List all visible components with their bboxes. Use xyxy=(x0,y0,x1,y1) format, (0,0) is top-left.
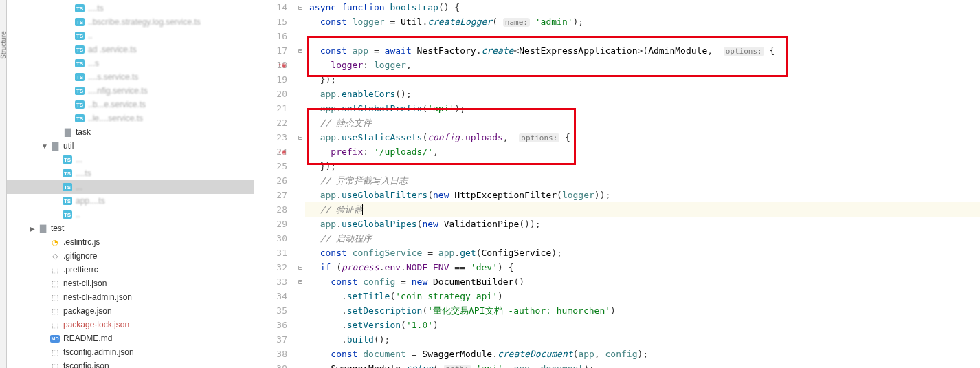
tree-item-label: .prettierrc xyxy=(63,265,98,274)
chevron-down-icon[interactable]: ▼ xyxy=(40,142,49,150)
line-number[interactable]: 37 xyxy=(254,332,287,347)
tree-item[interactable]: MDREADME.md xyxy=(7,332,254,345)
line-number[interactable]: 27 xyxy=(254,188,287,202)
tree-item-label: tsconfig.json xyxy=(63,361,109,368)
folder-icon: ▇ xyxy=(37,224,48,233)
tree-item-label: ... xyxy=(76,182,82,192)
tree-item[interactable]: ◇.gitignore xyxy=(7,249,254,263)
code-line: async function bootstrap() { xyxy=(305,0,980,14)
line-number[interactable]: 28 xyxy=(254,202,287,217)
code-line: const configService = app.get(ConfigServ… xyxy=(305,246,980,260)
code-content[interactable]: async function bootstrap() { const logge… xyxy=(305,0,980,368)
tree-item-label: test xyxy=(51,224,64,233)
tree-item[interactable]: ▶▇test xyxy=(7,221,254,235)
line-number[interactable]: 21 xyxy=(254,101,287,116)
code-line: const document = SwaggerModule.createDoc… xyxy=(305,347,980,361)
tree-item-label: app....ts xyxy=(76,196,105,206)
tree-item[interactable]: ▼▇util xyxy=(7,139,254,153)
line-number[interactable]: 19 xyxy=(254,72,287,87)
typescript-icon: TS xyxy=(74,87,85,95)
tree-item-label: nest-cli.json xyxy=(63,279,107,288)
json-icon: ⬚ xyxy=(49,279,60,288)
line-number[interactable]: 20 xyxy=(254,87,287,101)
line-number[interactable]: 23 xyxy=(254,130,287,144)
tree-item[interactable]: ⬚nest-cli-admin.json xyxy=(7,290,254,304)
fold-icon[interactable]: ⊟ xyxy=(298,43,302,58)
line-number[interactable]: 36 xyxy=(254,318,287,332)
line-number[interactable]: 25 xyxy=(254,159,287,173)
tree-item[interactable]: TS....nfig.service.ts xyxy=(7,84,254,98)
tree-item[interactable]: TS.. xyxy=(7,29,254,43)
tree-item-label: util xyxy=(63,141,74,151)
line-number[interactable]: 14 xyxy=(254,0,287,14)
tree-item[interactable]: TS..b...e.service.ts xyxy=(7,98,254,111)
code-line: const logger = Util.createLogger( name: … xyxy=(305,14,980,29)
line-number[interactable]: 22 xyxy=(254,116,287,130)
tree-item[interactable]: TS.. xyxy=(7,208,254,221)
fold-icon[interactable]: ⊟ xyxy=(298,0,302,14)
code-line: app.useGlobalPipes(new ValidationPipe())… xyxy=(305,217,980,231)
line-number[interactable]: 38 xyxy=(254,347,287,361)
tree-item[interactable]: TS... xyxy=(7,180,254,194)
typescript-icon: TS xyxy=(74,100,85,109)
tree-item[interactable]: TS..le....service.ts xyxy=(7,111,254,125)
fold-column[interactable]: ⊟⊟⊟⊟⊟ xyxy=(296,0,305,368)
line-number[interactable]: 17 xyxy=(254,43,287,58)
tree-item[interactable]: TSad .service.ts xyxy=(7,43,254,56)
line-number[interactable]: 39 xyxy=(254,361,287,368)
tree-item[interactable]: ⬚tsconfig.json xyxy=(7,359,254,368)
tree-item[interactable]: ⬚tsconfig.admin.json xyxy=(7,345,254,359)
tree-item[interactable]: ▇task xyxy=(7,125,254,139)
line-number[interactable]: 24↑◉ xyxy=(254,144,287,159)
file-tree[interactable]: TS....tsTS..bscribe.strategy.log.service… xyxy=(7,0,254,368)
tree-item[interactable]: ⬚.prettierrc xyxy=(7,263,254,277)
tree-item-label: package-lock.json xyxy=(63,320,129,329)
typescript-icon: TS xyxy=(62,183,73,191)
typescript-icon: TS xyxy=(74,18,85,26)
override-icon[interactable]: ↑◉ xyxy=(278,58,286,72)
tree-item[interactable]: TS...s xyxy=(7,56,254,70)
fold-icon[interactable]: ⊟ xyxy=(298,274,302,289)
code-line: app.setGlobalPrefix('api'); xyxy=(305,101,980,116)
tree-item-label: task xyxy=(76,127,91,137)
line-number[interactable]: 18↑◉ xyxy=(254,58,287,72)
line-number[interactable]: 33 xyxy=(254,274,287,289)
tree-item[interactable]: ◔.eslintrc.js xyxy=(7,235,254,249)
line-number[interactable]: 26 xyxy=(254,173,287,188)
tree-item[interactable]: TS... xyxy=(7,153,254,166)
tree-item[interactable]: TS....s.service.ts xyxy=(7,70,254,84)
line-number[interactable]: 35 xyxy=(254,303,287,318)
code-line-current: // 验证器 xyxy=(305,202,980,217)
tree-item[interactable]: TSapp....ts xyxy=(7,194,254,208)
tree-item[interactable]: TS....ts xyxy=(7,166,254,180)
line-number[interactable]: 15 xyxy=(254,14,287,29)
line-number[interactable]: 34 xyxy=(254,289,287,303)
javascript-icon: ◔ xyxy=(49,238,60,247)
ide-left-margin: Structure xyxy=(0,0,7,368)
typescript-icon: TS xyxy=(74,114,85,122)
override-icon[interactable]: ↑◉ xyxy=(278,144,286,159)
json-icon: ⬚ xyxy=(49,293,60,302)
line-number[interactable]: 32 xyxy=(254,260,287,274)
tree-item[interactable]: TS..bscribe.strategy.log.service.ts xyxy=(7,15,254,29)
tree-item[interactable]: TS....ts xyxy=(7,1,254,15)
tree-item-label: ..le....service.ts xyxy=(88,113,143,123)
structure-tab-label[interactable]: Structure xyxy=(0,31,8,59)
code-editor[interactable]: 1415161718↑◉192021222324↑◉25262728293031… xyxy=(254,0,980,368)
json-icon: ⬚ xyxy=(49,348,60,357)
line-number[interactable]: 30 xyxy=(254,231,287,246)
tree-item[interactable]: ⬚nest-cli.json xyxy=(7,277,254,290)
line-number[interactable]: 31 xyxy=(254,246,287,260)
line-number[interactable]: 29 xyxy=(254,217,287,231)
json-icon: ⬚ xyxy=(49,307,60,316)
line-number[interactable]: 16 xyxy=(254,29,287,43)
tree-item[interactable]: ⬚package-lock.json xyxy=(7,318,254,332)
json-icon: ⬚ xyxy=(49,362,60,369)
fold-icon[interactable]: ⊟ xyxy=(298,260,302,274)
json-icon: ⬚ xyxy=(49,266,60,274)
fold-icon[interactable]: ⊟ xyxy=(298,130,302,144)
tree-item[interactable]: ⬚package.json xyxy=(7,304,254,318)
tree-item-label: ..bscribe.strategy.log.service.ts xyxy=(88,17,201,27)
code-line: .setVersion('1.0') xyxy=(305,318,980,332)
chevron-right-icon[interactable]: ▶ xyxy=(27,225,37,232)
